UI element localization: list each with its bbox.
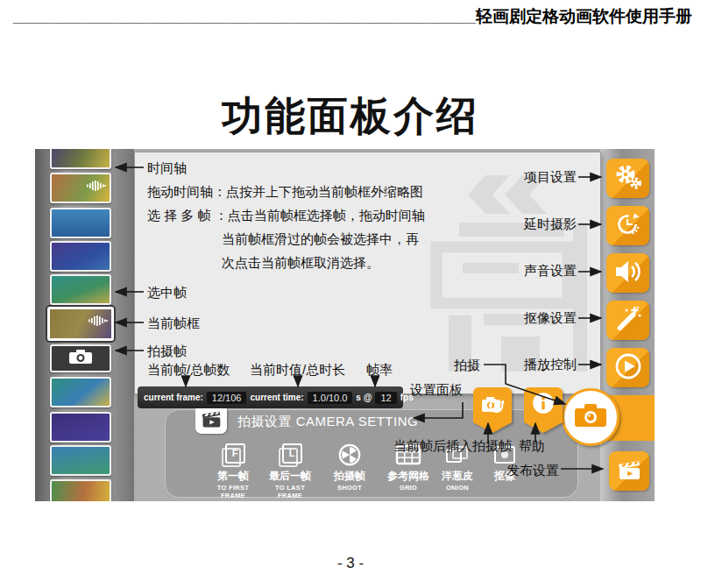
frame-thumbnail[interactable]: [50, 412, 111, 443]
sound-settings-label: 声音设置: [506, 263, 577, 279]
frame-thumbnail[interactable]: [50, 149, 111, 169]
current-time-label: current time:: [250, 393, 303, 402]
camera-setting-title: 拍摄设置 CAMERA SETTING: [237, 414, 418, 430]
seconds-at-label: s @: [356, 393, 372, 402]
current-frame-total-label: 当前帧/总帧数: [147, 362, 230, 378]
page-number: - 3 -: [0, 555, 701, 572]
playback-control-button[interactable]: [606, 348, 649, 387]
publish-settings-label: 发布设置: [506, 463, 559, 478]
current-frame-label: current frame:: [144, 393, 203, 402]
timelapse-clock-icon: [614, 210, 642, 242]
project-settings-label: 项目设置: [506, 169, 577, 185]
camera-icon: [68, 349, 93, 368]
last-frame-icon: L: [265, 442, 315, 468]
speaker-icon: [613, 259, 643, 288]
aperture-icon: [324, 442, 375, 468]
project-settings-button[interactable]: [606, 159, 649, 198]
clapperboard-icon: [195, 404, 227, 434]
shot-frame-thumbnail[interactable]: [50, 344, 111, 372]
clapperboard-icon: [616, 457, 642, 485]
playback-control-label: 播放控制: [506, 357, 577, 372]
frame-thumbnail-selected[interactable]: [50, 274, 111, 305]
shot-frame-label: 拍摄帧: [147, 344, 187, 359]
fps-value: 12: [375, 392, 396, 404]
header-title: ________________________________________…: [13, 7, 692, 25]
insert-shot-frame-button[interactable]: [473, 387, 512, 433]
frame-thumbnail[interactable]: [50, 241, 111, 272]
info-icon: [531, 391, 556, 419]
selected-frame-label: 选中帧: [147, 285, 187, 301]
keying-settings-button[interactable]: [606, 301, 649, 340]
drag-timeline-line1: 拖动时间轴：点按并上下拖动当前帧框外缩略图: [147, 184, 423, 200]
frame-rate-label: 帧率: [366, 362, 393, 378]
manual-page: ________________________________________…: [0, 0, 701, 588]
page-title: 功能面板介绍: [0, 89, 701, 144]
current-frame-thumbnail[interactable]: [47, 307, 114, 341]
current-frame-value: 12/106: [207, 392, 247, 404]
software-screenshot: current frame: 12/106 current time: 1.0/…: [35, 149, 655, 501]
publish-settings-button[interactable]: [609, 451, 649, 491]
waveform-icon: [87, 179, 106, 195]
first-frame-icon: F: [208, 442, 258, 468]
insert-camera-icon: [481, 393, 505, 418]
timeline-label: 时间轴: [147, 160, 187, 176]
help-label: 帮助: [519, 438, 545, 454]
current-time-value: 1.0/10.0: [308, 392, 353, 404]
settings-panel-label: 设置面板: [410, 382, 463, 398]
camera-settings-panel: 拍摄设置 CAMERA SETTING F 第一帧 TO FIRST FRAME…: [165, 409, 578, 498]
camera-icon: [574, 403, 607, 431]
shoot-frame-button[interactable]: 拍摄帧 SHOOT: [324, 442, 375, 492]
sound-settings-button[interactable]: [606, 253, 649, 293]
status-bar: current frame: 12/106 current time: 1.0/…: [138, 386, 403, 408]
timeline-strip[interactable]: [35, 149, 134, 501]
gears-icon: [613, 163, 643, 195]
time-lapse-label: 延时摄影: [506, 216, 577, 232]
page-header: ________________________________________…: [0, 5, 692, 28]
drag-timeline-line2: 选 择 多 帧 ：点击当前帧框选择帧，拖动时间轴: [147, 208, 425, 223]
waveform-icon: [89, 314, 108, 329]
frame-thumbnail[interactable]: [50, 479, 111, 501]
current-frame-box-label: 当前帧框: [147, 315, 200, 331]
to-first-frame-button[interactable]: F 第一帧 TO FIRST FRAME: [208, 442, 258, 499]
help-button[interactable]: [524, 387, 563, 433]
drag-timeline-line3: 当前帧框滑过的帧会被选择中，再: [222, 231, 419, 247]
frame-thumbnail[interactable]: [50, 208, 111, 238]
time-lapse-button[interactable]: [606, 206, 649, 245]
current-time-total-label: 当前时值/总时长: [250, 362, 345, 378]
to-last-frame-button[interactable]: L 最后一帧 TO LAST FRAME: [265, 442, 315, 499]
frame-thumbnail[interactable]: [50, 445, 111, 476]
frame-thumbnail[interactable]: [50, 377, 111, 407]
magic-wand-icon: [614, 305, 642, 337]
play-icon: [613, 351, 643, 385]
drag-timeline-line4: 次点击当前帧框取消选择。: [222, 255, 379, 271]
keying-settings-label: 抠像设置: [506, 310, 577, 326]
insert-after-current-label: 当前帧后插入拍摄帧: [393, 438, 512, 454]
shoot-label: 拍摄: [454, 358, 480, 373]
shoot-button[interactable]: [562, 388, 620, 446]
frame-thumbnail-audio[interactable]: [50, 173, 111, 203]
